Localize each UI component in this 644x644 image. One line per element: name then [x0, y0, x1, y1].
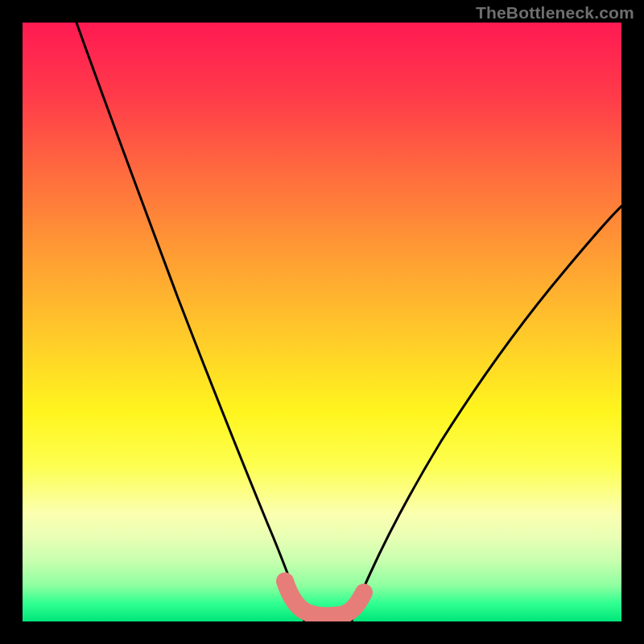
watermark-text: TheBottleneck.com: [476, 3, 634, 23]
plot-area: [23, 23, 621, 621]
right-curve: [352, 206, 621, 621]
chart-frame: TheBottleneck.com: [0, 0, 644, 644]
left-curve: [76, 23, 304, 621]
curve-overlay: [23, 23, 621, 621]
trough-marker: [285, 581, 364, 616]
